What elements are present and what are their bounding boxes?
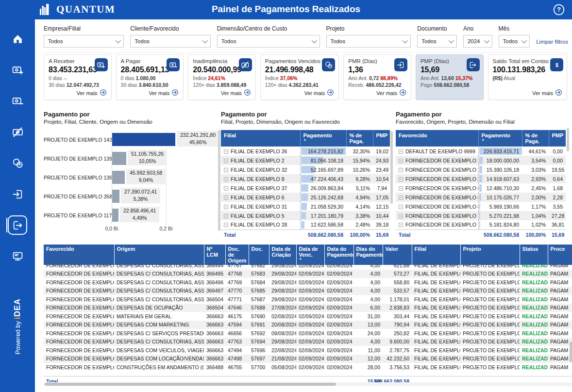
payment-row[interactable]: FORNECEDOR DE EXEMPLO 6209DESPESAS C/ CO… [44, 270, 572, 278]
table-row[interactable]: −FORNECEDOR DE EXEMPLO 71095.181.824,801… [396, 220, 566, 229]
column-header-status[interactable]: Status [520, 245, 548, 265]
filter-dropdown[interactable]: Todos [217, 35, 320, 48]
column-header-doc-[interactable]: Doc. [249, 245, 269, 265]
column-header-valor[interactable]: Valor [383, 245, 412, 265]
clear-filters-link[interactable]: Limpar filtros [536, 39, 568, 45]
filter-dropdown[interactable]: Todos [44, 35, 124, 48]
kpi-card-a-pagar[interactable]: A Pagar28.405.691,130 dias 1.080,0030 di… [116, 54, 184, 100]
sidebar-item-arrow-out[interactable] [0, 210, 35, 241]
table-row[interactable]: −DEFAULT DE EXEMPLO 9999226.933.415,7144… [396, 147, 566, 156]
filter-dropdown[interactable]: Todos [130, 35, 210, 48]
expand-icon[interactable]: − [399, 159, 403, 163]
expand-icon[interactable]: − [224, 186, 228, 191]
column-header-projeto[interactable]: Projeto [460, 245, 520, 265]
column-header-data-do-pagamento[interactable]: Data do Pagamento [324, 245, 353, 265]
payments-table-scrollbar[interactable] [570, 342, 572, 362]
table-row[interactable]: −FILIAL DE EXEMPLO 625.126.242,684,94%17… [221, 193, 390, 202]
chart-bar[interactable] [112, 152, 126, 165]
expand-icon[interactable]: − [399, 223, 403, 227]
filter-dropdown[interactable]: Todos [417, 35, 457, 48]
sidebar-item-money-slash[interactable] [0, 116, 35, 147]
horizontal-scrollbar-thumb[interactable] [45, 383, 336, 386]
table-row[interactable]: −FILIAL DE EXEMPLO 26164.278.215,8232,30… [221, 147, 390, 156]
column-header-pagamento[interactable]: Pagamento▼ [478, 130, 522, 147]
favorecido-table-scrollbar[interactable] [567, 128, 569, 151]
ver-mais-button[interactable]: Ver mais [376, 89, 406, 97]
column-header-origem[interactable]: Origem [114, 245, 204, 265]
ver-mais-button[interactable]: Ver mais [304, 89, 334, 97]
table-row[interactable]: −FILIAL DE EXEMPLO 3252.165.697,8910,26%… [221, 165, 390, 174]
expand-icon[interactable]: − [224, 149, 228, 154]
payment-row[interactable]: FORNECEDOR DE EXEMPLO 4109DESPESAS COM L… [44, 355, 572, 363]
filter-dropdown[interactable]: 2024 [463, 35, 492, 48]
table-row[interactable]: −FILIAL DE EXEMPLO 3121.058.529,304,14%1… [221, 202, 390, 211]
column-header-pagamento[interactable]: Pagamento▼ [300, 130, 346, 147]
payment-row[interactable]: FORNECEDOR DE EXEMPLO 6634DESPESAS DE OC… [44, 304, 572, 312]
chart-bar[interactable] [112, 171, 125, 184]
expand-icon[interactable]: − [399, 168, 403, 172]
expand-icon[interactable]: − [399, 196, 403, 200]
ver-mais-button[interactable]: Ver mais [77, 89, 107, 97]
filter-dropdown[interactable]: Todos [326, 35, 411, 48]
table-row[interactable]: −FORNECEDOR DE EXEMPLO 245118.000.000,00… [396, 156, 566, 165]
payment-row[interactable]: FORNECEDOR DE EXEMPLO 6566MATERIAIS EM G… [44, 312, 572, 321]
table-row[interactable]: −FORNECEDOR DE EXEMPLO 249714.918.607,63… [396, 174, 566, 183]
column-header-n-lcm[interactable]: Nº LCM [204, 245, 225, 265]
sidebar-item-coins-clock[interactable] [0, 147, 35, 179]
sidebar-item-home[interactable] [0, 23, 35, 54]
payment-row[interactable]: FORNECEDOR DE EXEMPLO 5800DESPESAS COM V… [44, 346, 572, 355]
column-header-doc-de-origem[interactable]: Doc. de Origem [225, 245, 249, 265]
payment-row[interactable]: FORNECEDOR DE EXEMPLO 6209DESPESAS C/ CO… [44, 338, 572, 346]
table-row[interactable]: −FILIAL DE EXEMPLO 847.224.406,439,28%10… [221, 174, 390, 183]
column-header-dias-do-pagamento[interactable]: Dias do Pagamento [353, 245, 383, 265]
kpi-card-pmp-dias-[interactable]: PMP (Dias)15,69Ano Ant. 13,60 15,37%Pago… [416, 54, 484, 100]
payment-row[interactable]: FORNECEDOR DE EXEMPLO 7052CONSTRUÇÕES EM… [44, 363, 572, 372]
table-row[interactable]: −FORNECEDOR DE EXEMPLO 250415.390.105,18… [396, 165, 566, 174]
table-row[interactable]: −FILIAL DE EXEMPLO 2812.622.586,582,48%3… [221, 220, 390, 229]
expand-icon[interactable]: − [224, 196, 228, 200]
table-row[interactable]: −FILIAL DE EXEMPLO 517.201.180,793,38%10… [221, 211, 390, 220]
column-header--de-paga-[interactable]: % de Paga. [346, 130, 373, 147]
column-header-pmp[interactable]: PMP [549, 130, 566, 147]
filial-table-scrollbar[interactable] [390, 131, 393, 204]
chart-bar[interactable] [112, 190, 119, 203]
table-row[interactable]: −FORNECEDOR DE EXEMPLO 61715.969.190,661… [396, 202, 566, 211]
payment-row[interactable]: FORNECEDOR DE EXEMPLO 6154DESPESAS COM M… [44, 321, 572, 329]
kpi-card-pagamentos-vencidos[interactable]: Pagamentos Vencidos21.496.998,48Índice 3… [260, 54, 339, 100]
column-header-data-de-venc-[interactable]: Data de Venc.▼ [296, 245, 324, 265]
column-header-favorecido[interactable]: Favorecido [396, 130, 478, 147]
expand-icon[interactable]: − [399, 149, 403, 154]
ver-mais-button[interactable]: Ver mais [221, 89, 251, 97]
sidebar-item-monitor[interactable] [0, 241, 35, 272]
column-header-filial[interactable]: Filial [221, 130, 300, 147]
expand-icon[interactable]: − [399, 186, 403, 191]
column-header-pmp[interactable]: PMP [373, 130, 390, 147]
payment-row[interactable]: FORNECEDOR DE EXEMPLO 6209DESPESAS C/ CO… [44, 287, 572, 295]
payment-row[interactable]: FORNECEDOR DE EXEMPLO 6209DESPESAS C/ CO… [44, 278, 572, 287]
ver-mais-button[interactable]: Ver mais [532, 89, 562, 97]
filter-dropdown[interactable]: Todos [499, 35, 530, 48]
expand-icon[interactable]: − [399, 177, 403, 181]
table-row[interactable]: −FORNECEDOR DE EXEMPLO 615410.175.026,77… [396, 193, 566, 202]
payment-row[interactable]: FORNECEDOR DE EXEMPLO 6209DESPESAS C/ CO… [44, 295, 572, 304]
column-header-favorecido[interactable]: Favorecido [44, 245, 114, 265]
column-header-filial[interactable]: Filial [412, 245, 460, 265]
payment-row[interactable]: FORNECEDOR DE EXEMPLO 3009DESPESAS C/ SE… [44, 329, 572, 338]
sidebar-item-arrow-in[interactable] [0, 179, 35, 210]
table-row[interactable]: −FORNECEDOR DE EXEMPLO 70525.270.221,981… [396, 211, 566, 220]
help-icon[interactable]: ? [553, 3, 565, 16]
kpi-card-inadimpl-ncia[interactable]: Inadimplência20.540.000,99Índice 24,61%1… [188, 54, 256, 100]
expand-icon[interactable]: − [224, 168, 228, 172]
table-row[interactable]: −FILIAL DE EXEMPLO 3726.009.863,845,11%7… [221, 183, 390, 193]
kpi-card-pmr-dias-[interactable]: PMR (Dias)1,36Ano Ant. 0,72 88,89%Receb.… [343, 54, 411, 100]
expand-icon[interactable]: − [224, 159, 228, 163]
kpi-card-a-receber[interactable]: A Receber83.453.231,630 dias --30 dias 1… [44, 54, 112, 100]
table-row[interactable]: −FORNECEDOR DE EXEMPLO 615312.486.710,30… [396, 183, 566, 193]
expand-icon[interactable]: − [224, 205, 228, 209]
expand-icon[interactable]: − [399, 214, 403, 218]
sidebar-item-card-minus[interactable] [0, 85, 35, 116]
expand-icon[interactable]: − [224, 223, 228, 227]
chart-bar[interactable] [112, 133, 175, 146]
column-header--de-paga-[interactable]: % de Paga. [522, 130, 549, 147]
column-header-data-de-cria-o[interactable]: Data de Criação [269, 245, 296, 265]
